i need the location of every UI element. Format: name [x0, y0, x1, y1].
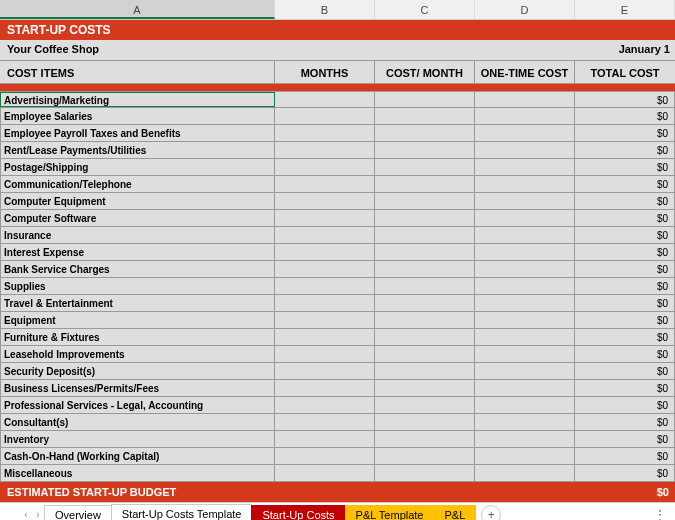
total-cost-cell[interactable]: $0 [575, 92, 675, 107]
total-cost-cell[interactable]: $0 [575, 244, 675, 260]
one-time-cell[interactable] [475, 312, 575, 328]
subtitle-mid[interactable] [275, 40, 575, 60]
tab-overview[interactable]: Overview [44, 505, 112, 521]
footer-total[interactable]: $0 [575, 482, 675, 502]
cost-item-label[interactable]: Employee Salaries [0, 108, 275, 124]
tab-start-up-costs-template[interactable]: Start-Up Costs Template [111, 504, 253, 521]
months-cell[interactable] [275, 363, 375, 379]
months-cell[interactable] [275, 295, 375, 311]
col-head-d[interactable]: D [475, 0, 575, 19]
total-cost-cell[interactable]: $0 [575, 295, 675, 311]
cost-item-label[interactable]: Leasehold Improvements [0, 346, 275, 362]
months-cell[interactable] [275, 278, 375, 294]
cost-month-cell[interactable] [375, 431, 475, 447]
cost-month-cell[interactable] [375, 261, 475, 277]
months-cell[interactable] [275, 142, 375, 158]
total-cost-cell[interactable]: $0 [575, 448, 675, 464]
one-time-cell[interactable] [475, 431, 575, 447]
one-time-cell[interactable] [475, 92, 575, 107]
total-cost-cell[interactable]: $0 [575, 380, 675, 396]
one-time-cell[interactable] [475, 193, 575, 209]
months-cell[interactable] [275, 210, 375, 226]
months-cell[interactable] [275, 329, 375, 345]
cost-item-label[interactable]: Travel & Entertainment [0, 295, 275, 311]
cost-month-cell[interactable] [375, 278, 475, 294]
tab-pl[interactable]: P&L [433, 505, 476, 521]
one-time-cell[interactable] [475, 278, 575, 294]
cost-item-label[interactable]: Furniture & Fixtures [0, 329, 275, 345]
one-time-cell[interactable] [475, 329, 575, 345]
one-time-cell[interactable] [475, 448, 575, 464]
cost-item-label[interactable]: Computer Software [0, 210, 275, 226]
total-cost-cell[interactable]: $0 [575, 431, 675, 447]
months-cell[interactable] [275, 465, 375, 481]
total-cost-cell[interactable]: $0 [575, 397, 675, 413]
tab-nav-left[interactable]: ‹ [20, 509, 32, 520]
cost-item-label[interactable]: Business Licenses/Permits/Fees [0, 380, 275, 396]
one-time-cell[interactable] [475, 346, 575, 362]
tab-start-up-costs[interactable]: Start-Up Costs [251, 505, 345, 521]
add-sheet-button[interactable]: + [481, 505, 501, 521]
cost-month-cell[interactable] [375, 227, 475, 243]
one-time-cell[interactable] [475, 108, 575, 124]
total-cost-cell[interactable]: $0 [575, 363, 675, 379]
total-cost-cell[interactable]: $0 [575, 142, 675, 158]
cost-item-label[interactable]: Miscellaneous [0, 465, 275, 481]
cost-month-cell[interactable] [375, 125, 475, 141]
total-cost-cell[interactable]: $0 [575, 278, 675, 294]
total-cost-cell[interactable]: $0 [575, 346, 675, 362]
months-cell[interactable] [275, 380, 375, 396]
col-head-b[interactable]: B [275, 0, 375, 19]
months-cell[interactable] [275, 92, 375, 107]
months-cell[interactable] [275, 193, 375, 209]
months-cell[interactable] [275, 431, 375, 447]
one-time-cell[interactable] [475, 176, 575, 192]
cost-month-cell[interactable] [375, 448, 475, 464]
cost-month-cell[interactable] [375, 92, 475, 107]
total-cost-cell[interactable]: $0 [575, 312, 675, 328]
cost-item-label[interactable]: Advertising/Marketing [0, 92, 275, 107]
one-time-cell[interactable] [475, 125, 575, 141]
cost-month-cell[interactable] [375, 465, 475, 481]
total-cost-cell[interactable]: $0 [575, 176, 675, 192]
cost-item-label[interactable]: Rent/Lease Payments/Utilities [0, 142, 275, 158]
cost-month-cell[interactable] [375, 176, 475, 192]
total-cost-cell[interactable]: $0 [575, 108, 675, 124]
subtitle-right[interactable]: January 1 [575, 40, 675, 60]
cost-month-cell[interactable] [375, 159, 475, 175]
header-total[interactable]: TOTAL COST [575, 61, 675, 83]
months-cell[interactable] [275, 159, 375, 175]
total-cost-cell[interactable]: $0 [575, 329, 675, 345]
cost-item-label[interactable]: Employee Payroll Taxes and Benefits [0, 125, 275, 141]
months-cell[interactable] [275, 227, 375, 243]
cost-item-label[interactable]: Supplies [0, 278, 275, 294]
cost-item-label[interactable]: Postage/Shipping [0, 159, 275, 175]
footer-mid[interactable] [275, 482, 575, 502]
total-cost-cell[interactable]: $0 [575, 159, 675, 175]
total-cost-cell[interactable]: $0 [575, 193, 675, 209]
one-time-cell[interactable] [475, 465, 575, 481]
cost-month-cell[interactable] [375, 142, 475, 158]
months-cell[interactable] [275, 176, 375, 192]
col-head-e[interactable]: E [575, 0, 675, 19]
months-cell[interactable] [275, 244, 375, 260]
cost-item-label[interactable]: Inventory [0, 431, 275, 447]
one-time-cell[interactable] [475, 261, 575, 277]
one-time-cell[interactable] [475, 380, 575, 396]
cost-month-cell[interactable] [375, 193, 475, 209]
cost-item-label[interactable]: Insurance [0, 227, 275, 243]
one-time-cell[interactable] [475, 227, 575, 243]
col-head-c[interactable]: C [375, 0, 475, 19]
cost-month-cell[interactable] [375, 244, 475, 260]
months-cell[interactable] [275, 312, 375, 328]
cost-item-label[interactable]: Cash-On-Hand (Working Capital) [0, 448, 275, 464]
one-time-cell[interactable] [475, 397, 575, 413]
cost-item-label[interactable]: Interest Expense [0, 244, 275, 260]
cost-item-label[interactable]: Computer Equipment [0, 193, 275, 209]
cost-item-label[interactable]: Communication/Telephone [0, 176, 275, 192]
tab-options-icon[interactable]: ⋮ [653, 507, 667, 521]
total-cost-cell[interactable]: $0 [575, 227, 675, 243]
total-cost-cell[interactable]: $0 [575, 414, 675, 430]
one-time-cell[interactable] [475, 295, 575, 311]
header-one-time[interactable]: ONE-TIME COST [475, 61, 575, 83]
